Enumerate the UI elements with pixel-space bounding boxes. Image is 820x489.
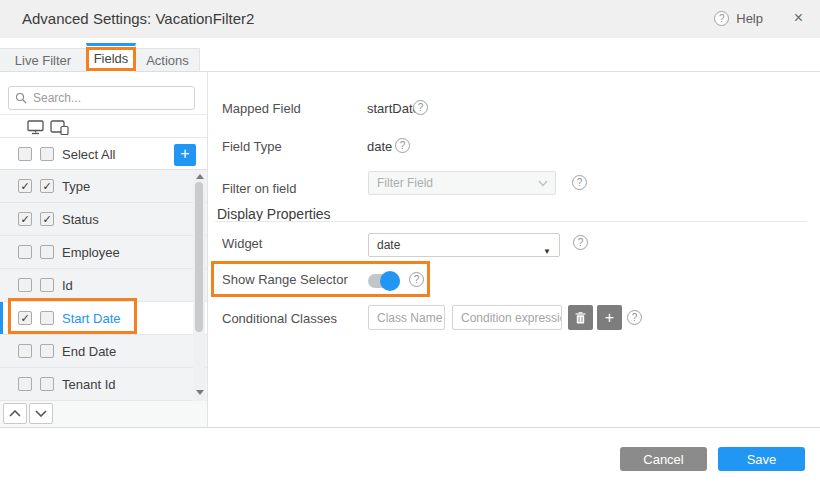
mobile-checkbox[interactable] [40, 311, 54, 325]
close-icon[interactable]: × [794, 9, 803, 27]
mobile-devices-icon [50, 120, 69, 135]
field-label[interactable]: Status [62, 212, 99, 227]
help-label[interactable]: Help [736, 11, 763, 26]
field-type-value: date [367, 139, 392, 154]
web-checkbox[interactable] [18, 344, 32, 358]
chevron-down-icon [35, 410, 47, 417]
tab-fields[interactable]: Fields [86, 43, 136, 72]
class-name-input[interactable] [368, 305, 445, 330]
select-all-label: Select All [62, 147, 115, 162]
list-item[interactable]: ✓ Start Date [0, 302, 207, 335]
condition-expression-input[interactable] [452, 305, 562, 330]
tab-fields-label[interactable]: Fields [86, 47, 137, 71]
mobile-checkbox[interactable]: ✓ [40, 212, 54, 226]
save-button[interactable]: Save [718, 447, 805, 471]
dialog-title: Advanced Settings: VacationFilter2 [22, 10, 254, 27]
web-checkbox[interactable]: ✓ [18, 212, 32, 226]
mobile-checkbox[interactable]: ✓ [40, 179, 54, 193]
trash-icon [575, 312, 586, 324]
advanced-settings-dialog: Advanced Settings: VacationFilter2 ? Hel… [0, 0, 820, 489]
footer-divider [0, 427, 820, 428]
field-label[interactable]: Tenant Id [62, 377, 116, 392]
chevron-up-icon [9, 410, 21, 417]
select-all-row: Select All + [0, 138, 207, 170]
scroll-down-icon[interactable] [196, 390, 204, 395]
list-item[interactable]: Tenant Id [0, 368, 207, 401]
list-item[interactable]: End Date [0, 335, 207, 368]
sidebar-divider [207, 72, 208, 427]
search-input[interactable] [8, 86, 195, 110]
list-item[interactable]: Id [0, 269, 207, 302]
widget-label: Widget [222, 236, 262, 251]
field-order-controls [0, 401, 207, 427]
list-item[interactable]: ✓ ✓ Type [0, 170, 207, 203]
device-columns-header [0, 114, 207, 138]
scroll-up-icon[interactable] [196, 174, 204, 179]
field-label[interactable]: Employee [62, 245, 120, 260]
move-down-button[interactable] [29, 403, 53, 424]
field-label[interactable]: Type [62, 179, 90, 194]
mobile-checkbox[interactable] [40, 245, 54, 259]
conditional-classes-label: Conditional Classes [222, 311, 337, 326]
mobile-checkbox[interactable] [40, 377, 54, 391]
chevron-down-icon [538, 180, 548, 187]
select-all-web-checkbox[interactable] [18, 147, 32, 161]
tab-actions[interactable]: Actions [135, 48, 200, 71]
desktop-icon [27, 120, 44, 135]
mobile-checkbox[interactable] [40, 278, 54, 292]
help-button[interactable]: ? Help [714, 11, 763, 26]
add-field-button[interactable]: + [174, 144, 196, 166]
move-up-button[interactable] [3, 403, 27, 424]
display-properties-heading: Display Properties [217, 206, 331, 222]
field-label[interactable]: End Date [62, 344, 116, 359]
field-search [8, 86, 195, 110]
conditional-classes-help-icon[interactable]: ? [627, 310, 642, 325]
filter-on-field-label: Filter on field [222, 181, 296, 196]
tab-live-filter[interactable]: Live Filter [0, 48, 87, 71]
field-label[interactable]: Start Date [62, 311, 121, 326]
dropdown-arrow-icon: ▼ [543, 241, 551, 263]
web-checkbox[interactable] [18, 377, 32, 391]
field-label[interactable]: Id [62, 278, 73, 293]
add-condition-button[interactable]: + [597, 305, 622, 330]
help-icon[interactable]: ? [714, 11, 729, 26]
mapped-field-help-icon[interactable]: ? [413, 100, 428, 115]
web-checkbox[interactable]: ✓ [18, 311, 32, 325]
list-item[interactable]: Employee [0, 236, 207, 269]
field-list: ✓ ✓ Type ✓ ✓ Status Employee Id ✓ Start … [0, 170, 207, 401]
widget-select[interactable]: date ▼ [368, 233, 560, 257]
mapped-field-value: startDate [367, 101, 420, 116]
filter-on-field-select: Filter Field [368, 171, 556, 195]
section-divider [215, 221, 807, 222]
tab-bar: Live Filter Fields Actions [0, 38, 820, 72]
show-range-selector-toggle[interactable] [368, 272, 400, 290]
toggle-thumb [380, 271, 400, 291]
web-checkbox[interactable]: ✓ [18, 179, 32, 193]
mapped-field-label: Mapped Field [222, 101, 301, 116]
widget-help-icon[interactable]: ? [573, 235, 588, 250]
select-all-mobile-checkbox[interactable] [40, 147, 54, 161]
web-checkbox[interactable] [18, 278, 32, 292]
search-icon [15, 92, 27, 104]
mobile-checkbox[interactable] [40, 344, 54, 358]
cancel-button[interactable]: Cancel [620, 447, 707, 471]
dialog-header: Advanced Settings: VacationFilter2 ? Hel… [0, 0, 820, 38]
field-type-help-icon[interactable]: ? [395, 138, 410, 153]
list-item[interactable]: ✓ ✓ Status [0, 203, 207, 236]
show-range-selector-help-icon[interactable]: ? [409, 272, 424, 287]
filter-on-field-help-icon[interactable]: ? [572, 175, 587, 190]
web-checkbox[interactable] [18, 245, 32, 259]
field-type-label: Field Type [222, 139, 282, 154]
show-range-selector-label: Show Range Selector [222, 272, 348, 287]
list-scrollbar-thumb[interactable] [195, 182, 203, 332]
delete-condition-button[interactable] [568, 305, 593, 330]
